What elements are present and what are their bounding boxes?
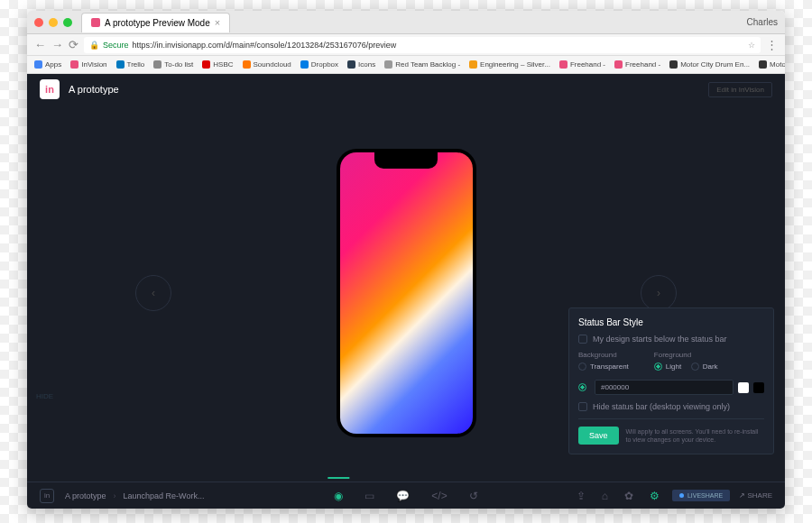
transparent-option[interactable]: Transparent bbox=[578, 362, 629, 371]
liveshare-button[interactable]: LIVESHARE bbox=[672, 490, 730, 501]
bookmark-star-icon[interactable]: ☆ bbox=[748, 41, 755, 50]
window-controls bbox=[34, 18, 72, 27]
save-button[interactable]: Save bbox=[578, 427, 619, 445]
bookmark-item[interactable]: Freehand - bbox=[559, 60, 605, 69]
invision-logo-small[interactable]: in bbox=[40, 489, 54, 503]
bookmark-icon bbox=[300, 60, 309, 69]
apps-shortcut[interactable]: Apps bbox=[34, 60, 61, 69]
next-screen-button[interactable]: › bbox=[641, 275, 677, 311]
inspect-mode-icon[interactable]: </> bbox=[428, 486, 450, 506]
minimize-window-button[interactable] bbox=[49, 18, 58, 27]
maximize-window-button[interactable] bbox=[63, 18, 72, 27]
radio[interactable] bbox=[578, 362, 586, 371]
live-dot-icon bbox=[679, 493, 684, 498]
home-icon[interactable]: ⌂ bbox=[598, 486, 612, 506]
swatch-white[interactable] bbox=[738, 382, 749, 393]
settings-icon[interactable]: ✿ bbox=[621, 486, 637, 506]
edit-button[interactable]: Edit in InVision bbox=[708, 82, 772, 97]
dark-option[interactable]: Dark bbox=[691, 362, 718, 371]
share-icon[interactable]: ⇪ bbox=[573, 486, 589, 506]
swatch-black[interactable] bbox=[753, 382, 764, 393]
lock-icon: 🔒 bbox=[89, 41, 99, 50]
share-button[interactable]: ↗ SHARE bbox=[739, 491, 772, 500]
bookmark-icon bbox=[202, 60, 210, 69]
breadcrumb: A prototype › Launchpad Re-Work... bbox=[65, 491, 204, 500]
bookmark-icon bbox=[384, 60, 392, 69]
mode-toolbar: ◉ ▭ 💬 </> ↺ bbox=[330, 486, 481, 506]
tab-title: A prototype Preview Mode bbox=[105, 18, 210, 28]
chrome-profile[interactable]: Charles bbox=[747, 17, 778, 27]
address-bar[interactable]: 🔒 Secure https://in.invisionapp.com/d/ma… bbox=[84, 37, 761, 53]
checkbox[interactable] bbox=[578, 335, 587, 344]
build-mode-icon[interactable]: ▭ bbox=[361, 486, 378, 506]
bookmark-item[interactable]: Soundcloud bbox=[243, 60, 291, 69]
light-option[interactable]: Light bbox=[654, 362, 681, 371]
reload-button[interactable]: ⟳ bbox=[69, 38, 78, 51]
bookmark-item[interactable]: Motor City Drum En... bbox=[669, 60, 750, 69]
tab-favicon bbox=[91, 18, 100, 27]
bookmark-icon bbox=[614, 60, 623, 69]
bookmark-icon bbox=[70, 60, 78, 69]
gear-icon[interactable]: ⚙ bbox=[646, 486, 663, 506]
invision-logo[interactable]: in bbox=[40, 79, 60, 99]
bookmark-item[interactable]: Engineering – Silver... bbox=[469, 60, 550, 69]
bookmark-item[interactable]: Trello bbox=[116, 60, 145, 69]
back-button[interactable]: ← bbox=[34, 38, 46, 51]
checkbox[interactable] bbox=[578, 402, 587, 411]
chrome-toolbar: ← → ⟳ 🔒 Secure https://in.invisionapp.co… bbox=[27, 34, 785, 56]
checkbox-label: Hide status bar (desktop viewing only) bbox=[593, 402, 730, 411]
bookmark-icon bbox=[469, 60, 477, 69]
bookmark-icon bbox=[347, 60, 355, 69]
invision-app: in A prototype Edit in InVision ‹ › HIDE… bbox=[27, 74, 785, 509]
project-name: A prototype bbox=[69, 84, 119, 95]
bookmark-item[interactable]: Icons bbox=[347, 60, 375, 69]
status-bar-panel: Status Bar Style My design starts below … bbox=[568, 307, 774, 454]
browser-tab[interactable]: A prototype Preview Mode × bbox=[81, 13, 230, 32]
apps-icon bbox=[34, 60, 42, 69]
crumb[interactable]: A prototype bbox=[65, 491, 106, 500]
bookmark-icon bbox=[153, 60, 161, 69]
preview-mode-icon[interactable]: ◉ bbox=[330, 486, 346, 506]
radio[interactable] bbox=[691, 362, 699, 371]
footer-right: ⇪ ⌂ ✿ ⚙ LIVESHARE ↗ SHARE bbox=[573, 486, 772, 506]
foreground-column: Foreground Light Dark bbox=[654, 351, 725, 372]
hide-status-row[interactable]: Hide status bar (desktop viewing only) bbox=[578, 402, 764, 411]
menu-icon[interactable]: ⋮ bbox=[766, 38, 778, 51]
hex-input[interactable]: #000000 bbox=[595, 380, 734, 395]
color-row: #000000 bbox=[578, 380, 764, 395]
app-header: in A prototype Edit in InVision bbox=[27, 74, 785, 105]
bookmark-item[interactable]: Red Team Backlog - bbox=[384, 60, 460, 69]
prev-screen-button[interactable]: ‹ bbox=[135, 275, 171, 311]
comment-mode-icon[interactable]: 💬 bbox=[392, 486, 413, 506]
bookmark-icon bbox=[669, 60, 678, 69]
bookmark-icon bbox=[116, 60, 125, 69]
crumb-sep: › bbox=[114, 491, 116, 500]
crumb[interactable]: Launchpad Re-Work... bbox=[124, 491, 205, 500]
bookmark-item[interactable]: Freehand - bbox=[614, 60, 660, 69]
bookmark-item[interactable]: InVision bbox=[70, 60, 106, 69]
bookmarks-bar: Apps InVision Trello To-do list HSBC Sou… bbox=[27, 56, 785, 74]
preview-canvas: ‹ › HIDE Status Bar Style My design star… bbox=[27, 105, 785, 482]
forward-button[interactable]: → bbox=[51, 38, 63, 51]
url-text: https://in.invisionapp.com/d/main#/conso… bbox=[133, 41, 397, 50]
browser-window: A prototype Preview Mode × Charles ← → ⟳… bbox=[27, 11, 785, 509]
close-window-button[interactable] bbox=[34, 18, 43, 27]
bookmark-item[interactable]: Motor City Drum En... bbox=[759, 60, 785, 69]
device-screen[interactable] bbox=[340, 152, 473, 434]
panel-footer: Save Will apply to all screens. You'll n… bbox=[578, 418, 764, 445]
bookmark-icon bbox=[559, 60, 567, 69]
history-mode-icon[interactable]: ↺ bbox=[466, 486, 482, 506]
hide-label[interactable]: HIDE bbox=[36, 392, 53, 400]
close-tab-icon[interactable]: × bbox=[215, 17, 220, 28]
bookmark-item[interactable]: HSBC bbox=[202, 60, 233, 69]
bookmark-item[interactable]: To-do list bbox=[153, 60, 193, 69]
device-frame bbox=[337, 149, 476, 437]
background-label: Background bbox=[578, 351, 636, 359]
design-starts-row[interactable]: My design starts below the status bar bbox=[578, 335, 764, 344]
radio-selected[interactable] bbox=[654, 362, 662, 371]
checkbox-label: My design starts below the status bar bbox=[593, 335, 727, 344]
foreground-label: Foreground bbox=[654, 351, 725, 359]
color-radio[interactable] bbox=[578, 383, 586, 391]
bookmark-item[interactable]: Dropbox bbox=[300, 60, 338, 69]
app-footer: in A prototype › Launchpad Re-Work... ◉ … bbox=[27, 482, 785, 509]
